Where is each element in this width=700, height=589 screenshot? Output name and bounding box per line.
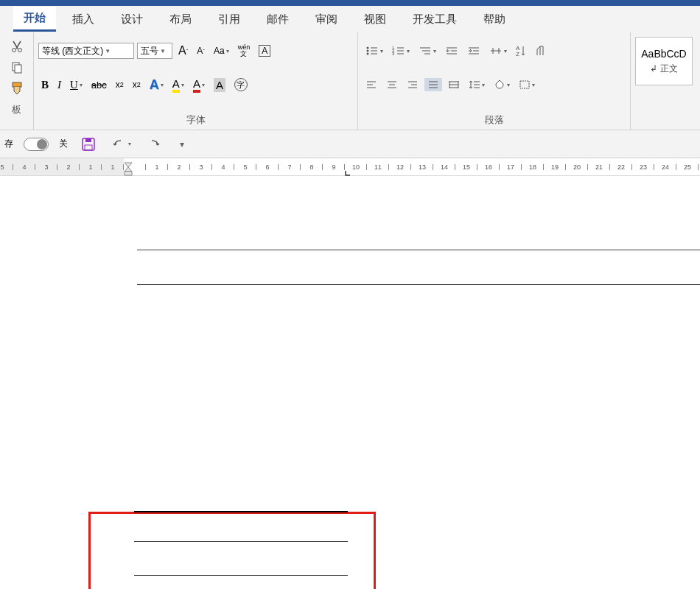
line-spacing-button[interactable]: ▾ [466, 78, 488, 91]
font-group-label: 字体 [38, 110, 353, 127]
align-center-button[interactable] [383, 78, 401, 91]
content-line [137, 284, 700, 285]
tab-home[interactable]: 开始 [13, 7, 56, 32]
quick-access-toolbar: 存 关 ▾ ▾ [0, 130, 700, 158]
svg-point-9 [367, 53, 369, 55]
clipboard-label: 板 [4, 100, 29, 116]
ribbon: 板 等线 (西文正文)▼ 五号▼ Aˆ Aˇ Aa▾ wén文 A B I U▾… [0, 32, 700, 130]
change-case-button[interactable]: Aa▾ [211, 44, 232, 57]
distribute-button[interactable] [445, 78, 463, 91]
qat-customize-button[interactable]: ▾ [175, 138, 187, 151]
tab-help[interactable]: 帮助 [473, 8, 516, 31]
undo-button[interactable]: ▾ [109, 136, 134, 152]
redo-button[interactable] [144, 136, 165, 152]
text-effects-button[interactable]: A▾ [147, 76, 167, 94]
annotation-box [88, 512, 376, 589]
save-button[interactable] [78, 135, 99, 153]
title-bar [0, 0, 700, 6]
svg-text:Z: Z [516, 51, 519, 57]
shading-button[interactable]: ▾ [491, 77, 513, 92]
enclose-char-button[interactable]: 字 [231, 77, 251, 93]
font-color-button[interactable]: A▾ [190, 76, 208, 94]
increase-indent-button[interactable] [464, 44, 483, 57]
content-line [134, 575, 348, 576]
autosave-state: 关 [59, 138, 68, 150]
underline-button[interactable]: U▾ [67, 77, 85, 93]
highlight-button[interactable]: A▾ [169, 76, 187, 94]
svg-text:3: 3 [392, 52, 395, 56]
show-marks-button[interactable] [532, 43, 548, 58]
tab-layout[interactable]: 布局 [159, 8, 202, 31]
style-name: ↲ 正文 [650, 63, 677, 75]
bold-button[interactable]: B [38, 77, 52, 93]
format-painter-icon[interactable] [7, 81, 26, 96]
ribbon-tabs: 开始 插入 设计 布局 引用 邮件 审阅 视图 开发工具 帮助 [0, 6, 700, 32]
multilevel-button[interactable]: ▾ [416, 44, 439, 57]
tab-insert[interactable]: 插入 [62, 8, 105, 31]
clipboard-group: 板 [0, 32, 34, 130]
align-right-button[interactable] [404, 78, 421, 91]
styles-group: AaBbCcD ↲ 正文 [631, 32, 700, 130]
copy-icon[interactable] [7, 60, 26, 74]
svg-point-1 [18, 49, 21, 52]
shrink-font-button[interactable]: Aˇ [194, 44, 208, 57]
italic-button[interactable]: I [55, 77, 64, 93]
page [124, 176, 700, 285]
style-preview: AaBbCcD [641, 48, 686, 60]
tab-developer[interactable]: 开发工具 [402, 8, 467, 31]
phonetic-guide-button[interactable]: wén文 [235, 43, 253, 59]
char-border-button[interactable]: A [256, 43, 273, 58]
tab-mailings[interactable]: 邮件 [256, 8, 299, 31]
superscript-button[interactable]: x2 [130, 78, 144, 91]
svg-rect-4 [13, 82, 21, 87]
subscript-button[interactable]: x2 [113, 78, 127, 91]
paragraph-group-label: 段落 [363, 110, 626, 127]
decrease-indent-button[interactable] [442, 44, 461, 57]
paragraph-group: ▾ 123▾ ▾ ▾ AZ ▾ ▾ ▾ 段落 [358, 32, 631, 130]
font-name-combo[interactable]: 等线 (西文正文)▼ [38, 43, 134, 59]
svg-rect-3 [15, 65, 21, 73]
horizontal-ruler[interactable]: 543211 123456789101112131415161718192021… [0, 158, 700, 176]
document-area[interactable] [0, 176, 700, 588]
content-line [137, 250, 700, 250]
svg-point-5 [367, 47, 369, 49]
justify-button[interactable] [424, 78, 442, 91]
grow-font-button[interactable]: Aˆ [175, 43, 191, 59]
content-line [134, 511, 348, 512]
numbering-button[interactable]: 123▾ [389, 44, 413, 57]
svg-point-7 [367, 50, 369, 52]
cut-icon[interactable] [7, 40, 26, 53]
svg-rect-48 [520, 81, 529, 88]
char-shading-button[interactable]: A [211, 77, 228, 94]
tab-references[interactable]: 引用 [208, 8, 251, 31]
tab-view[interactable]: 视图 [354, 8, 396, 31]
strikethrough-button[interactable]: abc [88, 78, 110, 92]
svg-point-0 [12, 49, 15, 52]
font-size-combo[interactable]: 五号▼ [137, 43, 172, 59]
tab-stop-icon [345, 170, 351, 176]
sort-button[interactable]: AZ [513, 43, 529, 58]
svg-rect-51 [85, 145, 92, 150]
svg-rect-52 [125, 172, 132, 175]
content-line [134, 541, 348, 542]
tab-design[interactable]: 设计 [111, 8, 153, 31]
tab-review[interactable]: 审阅 [305, 8, 348, 31]
font-group: 等线 (西文正文)▼ 五号▼ Aˆ Aˇ Aa▾ wén文 A B I U▾ a… [34, 32, 358, 130]
borders-button[interactable]: ▾ [516, 78, 538, 91]
align-left-button[interactable] [363, 78, 380, 91]
autosave-toggle[interactable] [24, 138, 49, 151]
asian-layout-button[interactable]: ▾ [486, 44, 510, 57]
autosave-label: 存 [4, 138, 13, 150]
bullets-button[interactable]: ▾ [363, 44, 386, 57]
style-normal[interactable]: AaBbCcD ↲ 正文 [635, 37, 693, 85]
svg-rect-50 [85, 138, 91, 142]
indent-marker-icon[interactable] [124, 158, 133, 176]
